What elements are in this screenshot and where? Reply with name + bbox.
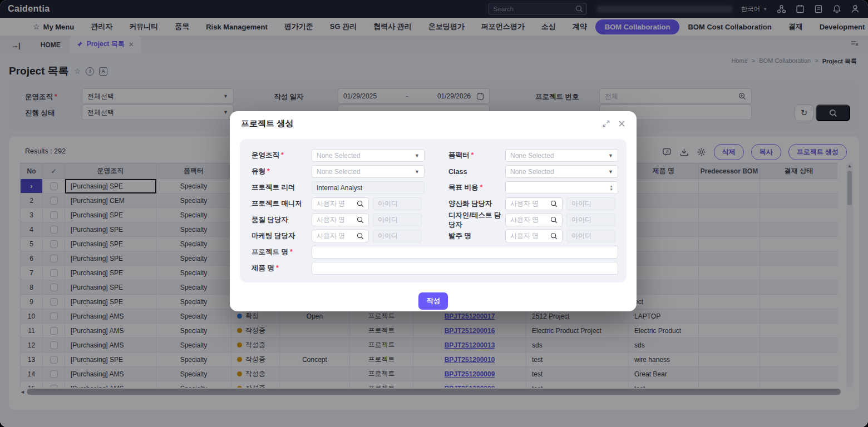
field-label: 목표 비용* [425, 183, 505, 192]
field-label: 폼팩터* [425, 151, 505, 160]
search-icon[interactable] [357, 200, 364, 207]
modal-footer: 작성 [230, 282, 637, 310]
user-name-field[interactable]: 사용자 명 [505, 197, 563, 210]
select-field[interactable]: None Selected▼ [312, 149, 425, 162]
expand-icon[interactable] [602, 120, 610, 128]
field-label: 프로젝트 매니저 [251, 199, 312, 208]
close-icon[interactable] [618, 120, 625, 127]
user-search-pair: 사용자 명아이디 [505, 230, 618, 242]
search-icon[interactable] [550, 216, 558, 224]
user-search-pair: 사용자 명아이디 [312, 214, 425, 226]
chevron-down-icon: ▼ [608, 169, 613, 175]
user-id-field[interactable]: 아이디 [566, 197, 615, 210]
text-field[interactable] [312, 262, 618, 275]
readonly-field: Internal Analyst [312, 181, 425, 194]
chevron-down-icon: ▼ [415, 169, 420, 175]
user-id-field[interactable]: 아이디 [373, 230, 422, 242]
field-label: 양산화 담당자 [425, 199, 505, 208]
app-window: Caidentia 한국어 ▼ [0, 0, 868, 427]
submit-button[interactable]: 작성 [418, 292, 448, 310]
modal-header: 프로젝트 생성 [230, 111, 637, 136]
spinner-arrows-icon[interactable]: ▲▼ [610, 185, 613, 191]
user-name-field[interactable]: 사용자 명 [505, 214, 563, 226]
search-icon[interactable] [550, 200, 558, 207]
user-name-field[interactable]: 사용자 명 [312, 230, 369, 242]
modal-title: 프로젝트 생성 [241, 118, 293, 129]
field-label: 디자인/테스트 담당자 [425, 211, 505, 230]
field-label: 제품 명* [251, 264, 312, 273]
user-id-field[interactable]: 아이디 [566, 230, 615, 242]
field-label: 유형* [251, 167, 312, 176]
select-field[interactable]: None Selected▼ [505, 149, 618, 162]
user-search-pair: 사용자 명아이디 [312, 197, 425, 210]
field-label: 운영조직* [251, 151, 312, 160]
user-id-field[interactable]: 아이디 [373, 214, 422, 226]
field-label: 프로젝트 명* [251, 247, 312, 257]
modal-form-grid: 운영조직*None Selected▼폼팩터*None Selected▼유형*… [251, 147, 618, 244]
search-icon[interactable] [550, 232, 558, 240]
search-icon[interactable] [357, 216, 364, 224]
user-name-field[interactable]: 사용자 명 [312, 214, 369, 226]
search-icon[interactable] [357, 232, 364, 240]
field-label: 프로젝트 리더 [251, 183, 312, 192]
number-field[interactable]: ▲▼ [505, 181, 618, 194]
field-label: Class [425, 168, 505, 176]
field-label: 품질 담당자 [251, 215, 312, 225]
user-id-field[interactable]: 아이디 [566, 214, 615, 226]
field-label: 마케팅 담당자 [251, 231, 312, 241]
chevron-down-icon: ▼ [608, 153, 613, 158]
user-id-field[interactable]: 아이디 [373, 197, 422, 210]
user-name-field[interactable]: 사용자 명 [312, 197, 369, 210]
user-search-pair: 사용자 명아이디 [312, 230, 425, 242]
user-name-field[interactable]: 사용자 명 [505, 230, 563, 242]
select-field[interactable]: None Selected▼ [312, 165, 425, 178]
user-search-pair: 사용자 명아이디 [505, 197, 618, 210]
chevron-down-icon: ▼ [415, 153, 420, 158]
user-search-pair: 사용자 명아이디 [505, 214, 618, 226]
select-field[interactable]: None Selected▼ [505, 165, 618, 178]
modal-form-panel: 운영조직*None Selected▼폼팩터*None Selected▼유형*… [240, 139, 627, 282]
field-label: 발주 명 [425, 231, 505, 241]
create-project-modal: 프로젝트 생성 운영조직*None Selected▼폼팩터*None Sele… [230, 111, 637, 311]
text-field[interactable] [312, 246, 618, 259]
modal-fullwidth-rows: 프로젝트 명*제품 명* [251, 244, 618, 276]
